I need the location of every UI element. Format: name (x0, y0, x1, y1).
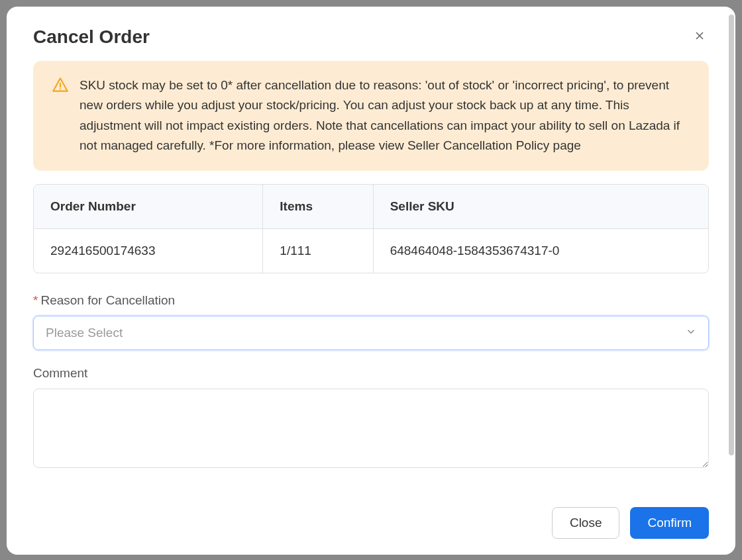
header-order-number: Order Number (34, 185, 263, 229)
warning-box: SKU stock may be set to 0* after cancell… (33, 61, 709, 171)
scrollbar-thumb[interactable] (729, 15, 734, 455)
svg-point-3 (60, 88, 61, 89)
confirm-button[interactable]: Confirm (630, 507, 709, 539)
table-row: 292416500174633 1/111 648464048-15843536… (34, 229, 708, 273)
reason-form-group: *Reason for Cancellation Please Select (33, 293, 709, 350)
cell-items: 1/111 (263, 229, 373, 273)
modal-header: Cancel Order (7, 7, 735, 54)
cell-order-number: 292416500174633 (34, 229, 263, 273)
comment-form-group: Comment (33, 366, 709, 471)
comment-textarea[interactable] (33, 389, 709, 468)
reason-select-wrapper: Please Select (33, 316, 709, 350)
order-table: Order Number Items Seller SKU 2924165001… (33, 184, 709, 273)
modal-footer: Close Confirm (7, 496, 735, 555)
cell-seller-sku: 648464048-1584353674317-0 (374, 229, 708, 273)
scrollbar-track (729, 15, 734, 455)
cancel-order-modal: Cancel Order SKU stock may be set to 0* … (7, 7, 735, 555)
header-items: Items (263, 185, 373, 229)
warning-text: SKU stock may be set to 0* after cancell… (80, 75, 690, 156)
table-header-row: Order Number Items Seller SKU (34, 185, 708, 229)
modal-title: Cancel Order (33, 26, 150, 48)
modal-body: SKU stock may be set to 0* after cancell… (7, 54, 735, 496)
close-button[interactable]: Close (552, 507, 620, 539)
close-icon[interactable] (690, 26, 709, 45)
reason-label: *Reason for Cancellation (33, 293, 709, 308)
required-indicator: * (33, 293, 38, 307)
header-seller-sku: Seller SKU (374, 185, 708, 229)
reason-select[interactable]: Please Select (33, 316, 709, 350)
comment-label: Comment (33, 366, 709, 381)
warning-icon (52, 77, 69, 94)
